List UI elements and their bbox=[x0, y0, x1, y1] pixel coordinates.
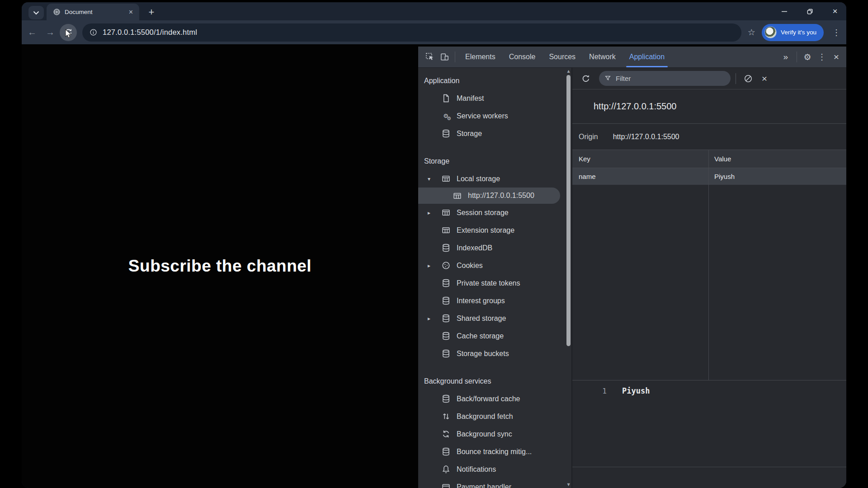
sidebar-item-background-fetch[interactable]: Background fetch bbox=[418, 408, 571, 425]
tab-elements[interactable]: Elements bbox=[458, 47, 502, 67]
devtools-close-icon[interactable]: × bbox=[829, 50, 844, 64]
preview-value: Piyush bbox=[622, 386, 650, 395]
sidebar-item-label: Shared storage bbox=[457, 314, 506, 323]
database-icon bbox=[441, 447, 451, 457]
sidebar-item-notifications[interactable]: Notifications bbox=[418, 460, 571, 478]
table-rows: namePiyush bbox=[572, 168, 846, 185]
grid-icon bbox=[452, 191, 462, 201]
delete-selected-icon[interactable]: × bbox=[757, 71, 772, 86]
clear-block-icon[interactable] bbox=[741, 71, 755, 86]
sidebar-item-label: IndexedDB bbox=[457, 244, 492, 252]
tab-title: Document bbox=[65, 9, 127, 15]
verify-avatar-icon bbox=[764, 26, 777, 38]
document-icon bbox=[441, 94, 451, 103]
more-tabs-icon[interactable]: » bbox=[778, 52, 793, 62]
section-title-background-services: Background services bbox=[418, 372, 571, 390]
database-icon bbox=[441, 243, 451, 253]
tab-sources[interactable]: Sources bbox=[542, 47, 582, 67]
tab-console[interactable]: Console bbox=[502, 47, 542, 67]
row-value[interactable]: Piyush bbox=[708, 168, 846, 185]
window-controls: × bbox=[778, 2, 842, 20]
refresh-button[interactable] bbox=[579, 71, 593, 86]
expanded-arrow-icon[interactable]: ▾ bbox=[425, 176, 433, 182]
database-icon bbox=[441, 349, 451, 359]
sidebar-item-cookies[interactable]: ▸Cookies bbox=[418, 257, 571, 274]
storage-domain-row: http://127.0.0.1:5500 bbox=[572, 89, 846, 124]
sidebar-item-local-storage[interactable]: ▾Local storage bbox=[418, 170, 571, 188]
browser-tab[interactable]: Document × bbox=[47, 4, 139, 20]
sidebar-item-label: Background fetch bbox=[457, 413, 513, 421]
sidebar-item-interest-groups[interactable]: Interest groups bbox=[418, 292, 571, 310]
restore-button[interactable] bbox=[803, 5, 816, 18]
payment-icon bbox=[441, 482, 451, 488]
inspect-element-button[interactable] bbox=[423, 50, 437, 64]
collapsed-arrow-icon[interactable]: ▸ bbox=[425, 315, 433, 322]
database-icon bbox=[441, 394, 451, 404]
sidebar-item-storage-buckets[interactable]: Storage buckets bbox=[418, 345, 571, 362]
section-title-storage: Storage bbox=[418, 152, 571, 170]
back-button[interactable]: ← bbox=[24, 25, 40, 40]
browser-menu-kebab-icon[interactable]: ⋮ bbox=[831, 28, 842, 38]
sidebar-item-label: Manifest bbox=[457, 94, 484, 103]
chevron-down-icon bbox=[33, 11, 39, 15]
tab-application[interactable]: Application bbox=[623, 47, 671, 67]
storage-items-table: KeyValue namePiyush bbox=[572, 150, 846, 380]
sidebar-item-service-workers[interactable]: ⚙⚙Service workers bbox=[418, 107, 571, 125]
info-icon[interactable] bbox=[90, 28, 97, 36]
sidebar-item-indexeddb[interactable]: IndexedDB bbox=[418, 239, 571, 257]
content-area: Subscribe the channel ElementsConsoleSou… bbox=[22, 44, 846, 488]
sidebar-item-private-state-tokens[interactable]: Private state tokens bbox=[418, 274, 571, 292]
collapsed-arrow-icon[interactable]: ▸ bbox=[425, 263, 433, 269]
sidebar-item-back-forward-cache[interactable]: Back/forward cache bbox=[418, 390, 571, 408]
sidebar-item-label: Extension storage bbox=[457, 226, 514, 235]
url-bar[interactable]: 127.0.0.1:5500/1/index.html bbox=[82, 23, 741, 42]
column-divider[interactable] bbox=[708, 150, 709, 380]
divider bbox=[455, 52, 455, 62]
origin-row: Origin http://127.0.0.1:5500 bbox=[572, 124, 846, 150]
sidebar-item-storage[interactable]: Storage bbox=[418, 125, 571, 142]
sidebar-item-manifest[interactable]: Manifest bbox=[418, 89, 571, 107]
device-toolbar-button[interactable] bbox=[437, 50, 452, 64]
column-header-value[interactable]: Value bbox=[708, 150, 846, 168]
sidebar-item-cache-storage[interactable]: Cache storage bbox=[418, 327, 571, 345]
devtools-body: ▲ ▼ ApplicationManifest⚙⚙Service workers… bbox=[418, 68, 846, 488]
funnel-icon bbox=[604, 75, 611, 82]
column-header-key[interactable]: Key bbox=[572, 150, 708, 168]
close-button[interactable]: × bbox=[828, 5, 842, 18]
table-row[interactable]: namePiyush bbox=[572, 168, 846, 185]
sync-icon bbox=[441, 429, 451, 439]
bookmark-star-icon[interactable]: ☆ bbox=[748, 27, 755, 38]
sidebar-item-label: Session storage bbox=[457, 209, 509, 217]
sidebar-item-shared-storage[interactable]: ▸Shared storage bbox=[418, 310, 571, 327]
scroll-up-icon[interactable]: ▲ bbox=[566, 69, 571, 73]
verify-button[interactable]: Verify it's you bbox=[762, 24, 824, 41]
devtools-tabbar: ElementsConsoleSourcesNetworkApplication… bbox=[418, 47, 846, 68]
cookie-icon bbox=[441, 261, 451, 271]
sidebar-item-payment-handler[interactable]: Payment handler bbox=[418, 478, 571, 488]
sidebar-item-label: Storage buckets bbox=[457, 350, 509, 358]
tab-search-button[interactable] bbox=[28, 6, 44, 19]
filter-field[interactable] bbox=[599, 71, 731, 86]
collapsed-arrow-icon[interactable]: ▸ bbox=[425, 210, 433, 216]
devtools-tabs: ElementsConsoleSourcesNetworkApplication bbox=[458, 47, 671, 67]
sidebar-item-background-sync[interactable]: Background sync bbox=[418, 425, 571, 443]
row-key[interactable]: name bbox=[572, 168, 708, 185]
sidebar-item-http-127-0-0-1-5500[interactable]: http://127.0.0.1:5500 bbox=[418, 188, 560, 204]
sidebar-item-session-storage[interactable]: ▸Session storage bbox=[418, 204, 571, 221]
sidebar-item-extension-storage[interactable]: Extension storage bbox=[418, 221, 571, 239]
tab-network[interactable]: Network bbox=[582, 47, 623, 67]
new-tab-button[interactable]: + bbox=[145, 5, 158, 19]
tab-close-icon[interactable]: × bbox=[127, 8, 135, 17]
sidebar-item-label: Service workers bbox=[457, 112, 508, 120]
storage-filterbar: × bbox=[572, 68, 846, 89]
sidebar-item-bounce-tracking-mitig[interactable]: Bounce tracking mitig... bbox=[418, 443, 571, 460]
devtools-menu-kebab-icon[interactable]: ⋮ bbox=[815, 50, 829, 64]
minimize-button[interactable] bbox=[778, 5, 791, 18]
tab-strip: Document × + × bbox=[22, 2, 846, 20]
forward-button[interactable]: → bbox=[42, 25, 58, 40]
filter-input[interactable] bbox=[616, 75, 706, 82]
settings-gear-icon[interactable]: ⚙ bbox=[800, 50, 815, 64]
reload-button[interactable] bbox=[60, 24, 77, 41]
database-icon bbox=[441, 314, 451, 324]
page-viewport: Subscribe the channel bbox=[22, 44, 418, 488]
